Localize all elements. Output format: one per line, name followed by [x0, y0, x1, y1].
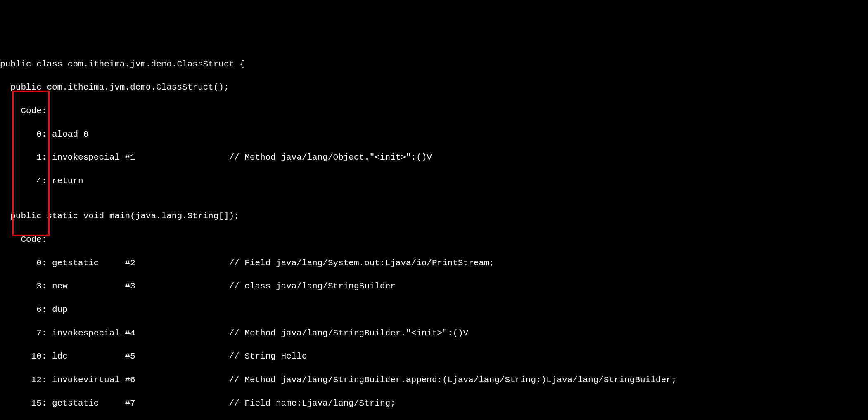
code-line: 6: dup — [0, 304, 868, 316]
code-line: Code: — [0, 234, 868, 245]
code-line: 12: invokevirtual #6 // Method java/lang… — [0, 374, 868, 386]
code-line: public class com.itheima.jvm.demo.ClassS… — [0, 59, 868, 70]
code-line: public com.itheima.jvm.demo.ClassStruct(… — [0, 82, 868, 93]
code-line: Code: — [0, 105, 868, 117]
code-line: 7: invokespecial #4 // Method java/lang/… — [0, 328, 868, 339]
code-line: 1: invokespecial #1 // Method java/lang/… — [0, 152, 868, 163]
code-line: 4: return — [0, 175, 868, 187]
terminal-output: public class com.itheima.jvm.demo.ClassS… — [0, 47, 868, 420]
code-line: 0: getstatic #2 // Field java/lang/Syste… — [0, 257, 868, 269]
code-line: 3: new #3 // class java/lang/StringBuild… — [0, 281, 868, 292]
code-line: 10: ldc #5 // String Hello — [0, 351, 868, 362]
code-line: 15: getstatic #7 // Field name:Ljava/lan… — [0, 398, 868, 409]
code-line: 0: aload_0 — [0, 129, 868, 140]
code-line: public static void main(java.lang.String… — [0, 210, 868, 222]
